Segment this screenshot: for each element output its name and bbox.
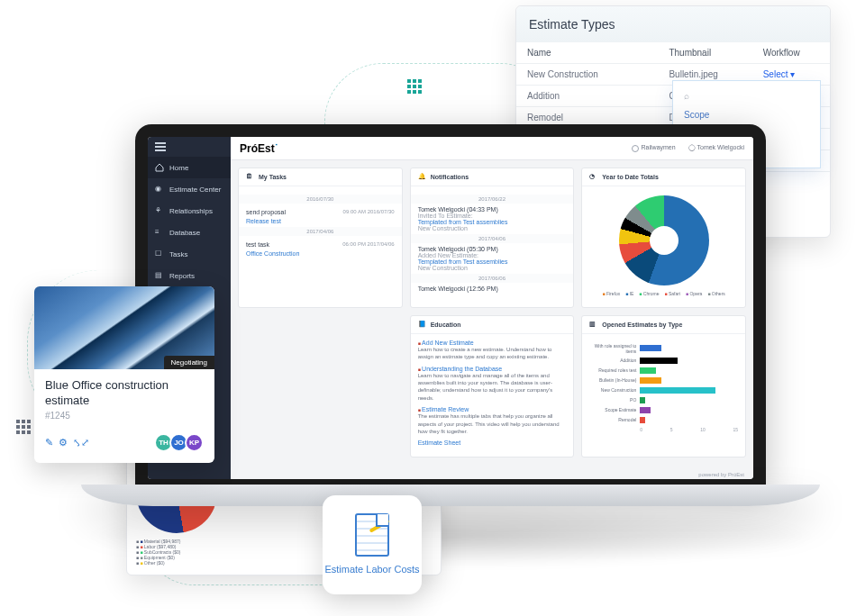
ytd-totals-card: ◔Year to Date Totals Firefox IE Chrome S… bbox=[581, 168, 746, 308]
panel-title: Estimate Types bbox=[516, 6, 830, 42]
brand-logo: PróEst˙ bbox=[240, 142, 278, 155]
sidebar-item-tasks[interactable]: ☐Tasks bbox=[148, 243, 231, 265]
calendar-icon: 🗓 bbox=[246, 173, 254, 181]
pie-icon: ◔ bbox=[589, 173, 597, 181]
footer-text: powered by PróEst bbox=[698, 472, 744, 477]
dropdown-item[interactable]: Scope bbox=[673, 105, 820, 124]
share-icon[interactable]: ⤣⤢ bbox=[73, 437, 89, 448]
bell-icon: 🔔 bbox=[418, 173, 426, 181]
task-row[interactable]: Office Construction bbox=[246, 250, 395, 257]
grid-icon bbox=[16, 420, 34, 438]
task-row[interactable]: test task06:00 PM 2017/04/06 bbox=[246, 239, 395, 250]
bar-row: Remodel bbox=[589, 417, 738, 423]
user-menu[interactable]: ◯ Tomek Wielgocki bbox=[688, 144, 744, 151]
bar-row: With role assigned to items bbox=[589, 343, 738, 354]
col-thumb: Thumbnail bbox=[658, 42, 751, 64]
labor-costs-tile[interactable]: Estimate Labor Costs bbox=[323, 495, 422, 594]
bar-row: Required roles test bbox=[589, 367, 738, 374]
col-workflow: Workflow bbox=[752, 42, 830, 64]
education-card: 📘Education Add New Estimate Learn how to… bbox=[410, 315, 575, 457]
notif-link[interactable]: Templated from Test assemblies bbox=[418, 219, 567, 225]
bar-row: Scope Estimate bbox=[589, 407, 738, 413]
project-title: Blue Office construction estimate bbox=[45, 378, 204, 409]
grid-icon bbox=[407, 79, 425, 97]
sidebar-item-relationships[interactable]: ⚘Relationships bbox=[148, 200, 231, 222]
project-id: #1245 bbox=[45, 411, 204, 421]
notif-link[interactable]: Templated from Test assemblies bbox=[418, 258, 567, 265]
col-name: Name bbox=[516, 42, 658, 64]
bar-row: New Construction bbox=[589, 387, 738, 394]
sidebar-item-database[interactable]: ≡Database bbox=[148, 222, 231, 243]
task-row[interactable]: Release test bbox=[246, 218, 395, 224]
edu-link[interactable]: Estimate Sheet bbox=[418, 439, 567, 446]
gear-icon bbox=[632, 145, 639, 152]
document-icon bbox=[355, 513, 389, 557]
edu-link[interactable]: Add New Estimate bbox=[422, 340, 474, 346]
bar-row: Bulletin (In-House) bbox=[589, 377, 738, 384]
avatar[interactable]: KP bbox=[185, 433, 204, 452]
hamburger-button[interactable] bbox=[148, 137, 231, 157]
avatar-stack: TH JO KP bbox=[158, 433, 204, 452]
edu-link[interactable]: Estimate Review bbox=[422, 406, 469, 412]
project-card[interactable]: Negotiating Blue Office construction est… bbox=[34, 286, 214, 463]
ytd-pie-chart bbox=[619, 195, 709, 285]
topbar: PróEst˙ Railwaymen ◯ Tomek Wielgocki bbox=[231, 137, 753, 160]
edu-link[interactable]: Understanding the Database bbox=[422, 366, 502, 372]
opened-by-type-card: ▥Opened Estimates by Type With role assi… bbox=[581, 315, 746, 457]
bar-row: Addition bbox=[589, 358, 738, 364]
bar-icon: ▥ bbox=[589, 321, 597, 329]
settings-link[interactable]: Railwaymen bbox=[632, 144, 676, 151]
bar-row: PO bbox=[589, 397, 738, 403]
sidebar-item-reports[interactable]: ▤Reports bbox=[148, 265, 231, 286]
laptop-mockup: Home ◉Estimate Center ⚘Relationships ≡Da… bbox=[135, 124, 766, 506]
workflow-select[interactable]: Select bbox=[763, 69, 788, 79]
sidebar-item-home[interactable]: Home bbox=[148, 157, 231, 178]
edit-icon[interactable]: ✎ bbox=[45, 437, 53, 448]
task-row[interactable]: send proposal09:00 AM 2016/07/30 bbox=[246, 206, 395, 218]
status-badge: Negotiating bbox=[164, 356, 214, 369]
my-tasks-card: 🗓My Tasks 2016/07/30 send proposal09:00 … bbox=[238, 168, 403, 308]
sidebar-item-estimate-center[interactable]: ◉Estimate Center bbox=[148, 178, 231, 200]
book-icon: 📘 bbox=[418, 321, 426, 329]
project-thumbnail: Negotiating bbox=[34, 286, 214, 369]
settings-icon[interactable]: ⚙ bbox=[59, 437, 68, 448]
notifications-card: 🔔Notifications 2017/06/22 Tomek Wielgock… bbox=[410, 168, 575, 308]
